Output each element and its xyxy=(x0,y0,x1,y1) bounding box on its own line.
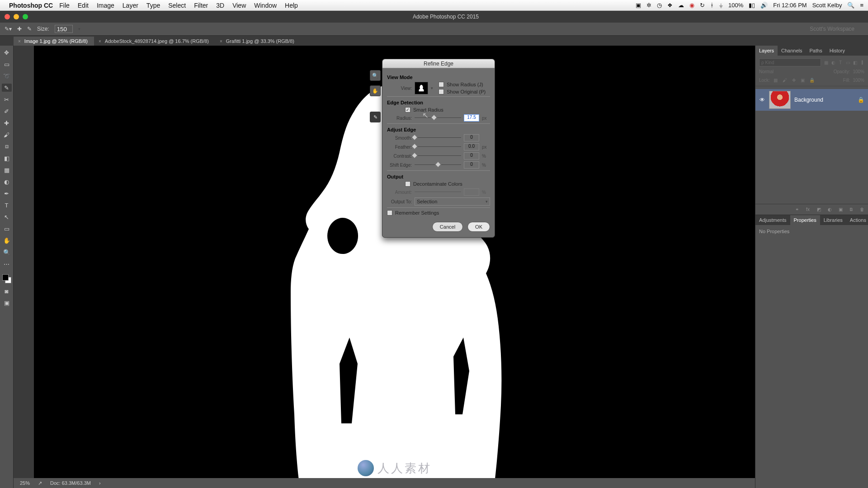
spotlight-icon[interactable]: 🔍 xyxy=(847,2,854,9)
group-icon[interactable]: ▣ xyxy=(837,206,844,213)
radius-slider[interactable] xyxy=(415,115,461,121)
cancel-button[interactable]: Cancel xyxy=(432,222,463,232)
lock-image-icon[interactable]: 🖌 xyxy=(782,77,788,83)
blend-mode-select[interactable]: Normal xyxy=(759,69,831,74)
trash-icon[interactable]: 🗑 xyxy=(859,206,865,213)
filter-toggle-icon[interactable]: ⏽ xyxy=(860,59,864,66)
smart-radius-checkbox[interactable] xyxy=(405,107,410,113)
menu-icon[interactable]: ≡ xyxy=(860,2,863,9)
filter-pixel-icon[interactable]: ▦ xyxy=(824,59,828,66)
refine-edge-dialog[interactable]: 🔍 ✋ ✎ Refine Edge View Mode View: ▾ Show… xyxy=(382,59,495,238)
marquee-tool-icon[interactable]: ▭ xyxy=(2,60,12,68)
tool-brush-icon[interactable]: ✎▾ xyxy=(5,26,12,32)
adjustment-layer-icon[interactable]: ◐ xyxy=(826,206,833,213)
shield-icon[interactable]: ◉ xyxy=(689,2,694,9)
shape-tool-icon[interactable]: ▭ xyxy=(2,225,12,233)
tool-plus-brush-icon[interactable]: ✚ xyxy=(17,26,22,32)
export-icon[interactable]: ↗ xyxy=(38,480,42,486)
filter-adjust-icon[interactable]: ◐ xyxy=(831,59,835,66)
bluetooth-icon[interactable]: ᚼ xyxy=(710,2,714,9)
menu-file[interactable]: File xyxy=(59,2,70,9)
adjust-value[interactable]: 0 xyxy=(464,152,479,160)
layer-row-background[interactable]: 👁 Background 🔒 xyxy=(755,89,868,111)
link-layers-icon[interactable]: ⚭ xyxy=(794,206,800,213)
ok-button[interactable]: OK xyxy=(467,222,490,232)
lock-position-icon[interactable]: ✥ xyxy=(791,77,797,83)
zoom-tool-icon[interactable]: 🔍 xyxy=(2,248,12,256)
lasso-tool-icon[interactable]: ➰ xyxy=(2,72,12,80)
tab-adjustments[interactable]: Adjustments xyxy=(755,215,790,225)
remember-settings-checkbox[interactable] xyxy=(387,210,392,216)
tab-layers[interactable]: Layers xyxy=(755,46,778,56)
tab-channels[interactable]: Channels xyxy=(778,46,806,56)
heal-tool-icon[interactable]: ✚ xyxy=(2,119,12,127)
menu-filter[interactable]: Filter xyxy=(194,2,208,9)
battery-icon[interactable]: ▮▯ xyxy=(749,2,755,9)
lock-transparent-icon[interactable]: ▦ xyxy=(773,77,779,83)
menu-3d[interactable]: 3D xyxy=(216,2,224,9)
screen-mode-icon[interactable]: ▣ xyxy=(2,299,12,307)
dialog-refine-brush-tool-icon[interactable]: ✎ xyxy=(370,112,381,122)
menubar-time[interactable]: Fri 12:06 PM xyxy=(773,2,807,9)
quick-select-tool-icon[interactable]: ✎ xyxy=(2,84,12,92)
clock-icon[interactable]: ◷ xyxy=(657,2,662,9)
wifi-icon[interactable]: ⏚ xyxy=(719,2,723,9)
close-icon[interactable]: × xyxy=(18,39,21,44)
output-to-select[interactable]: Selection ▾ xyxy=(415,197,490,206)
path-tool-icon[interactable]: ↖ xyxy=(2,213,12,221)
filter-type-icon[interactable]: T xyxy=(838,59,843,66)
menu-help[interactable]: Help xyxy=(285,2,298,9)
type-tool-icon[interactable]: T xyxy=(2,201,12,209)
tool-minus-brush-icon[interactable]: ✎ xyxy=(27,26,32,32)
hand-tool-icon[interactable]: ✋ xyxy=(2,236,12,244)
camera-icon[interactable]: ▣ xyxy=(636,2,641,9)
adjust-value[interactable]: 0.0 xyxy=(464,143,479,150)
brush-size-input[interactable] xyxy=(55,25,73,33)
dialog-zoom-tool-icon[interactable]: 🔍 xyxy=(370,70,381,81)
menu-layer[interactable]: Layer xyxy=(123,2,138,9)
tab-actions[interactable]: Actions xyxy=(846,215,868,225)
show-radius-checkbox[interactable] xyxy=(439,82,444,87)
foreground-background-colors[interactable] xyxy=(2,274,11,283)
more-tools-icon[interactable]: ⋯ xyxy=(2,260,12,268)
eraser-tool-icon[interactable]: ◧ xyxy=(2,154,12,162)
adjust-value[interactable]: 0 xyxy=(464,134,479,141)
doc-tab-1[interactable]: × Image 1.jpg @ 25% (RGB/8) xyxy=(14,37,94,46)
radius-value[interactable]: 17.5 xyxy=(464,114,479,122)
filter-shape-icon[interactable]: ▭ xyxy=(845,59,850,66)
chevron-right-icon[interactable]: › xyxy=(99,480,101,486)
menu-select[interactable]: Select xyxy=(168,2,186,9)
dialog-hand-tool-icon[interactable]: ✋ xyxy=(370,85,381,96)
tab-libraries[interactable]: Libraries xyxy=(820,215,846,225)
layer-name[interactable]: Background xyxy=(794,97,823,103)
new-layer-icon[interactable]: 🗎 xyxy=(848,206,854,213)
menubar-user[interactable]: Scott Kelby xyxy=(812,2,842,9)
dodge-tool-icon[interactable]: ◐ xyxy=(2,178,12,186)
menu-image[interactable]: Image xyxy=(97,2,114,9)
move-tool-icon[interactable]: ✥ xyxy=(2,48,12,56)
doc-tab-2[interactable]: × AdobeStock_48928714.jpeg @ 16.7% (RGB/… xyxy=(94,37,215,46)
close-icon[interactable]: × xyxy=(99,39,101,44)
fill-value[interactable]: 100% xyxy=(853,78,864,83)
fx-icon[interactable]: fx xyxy=(805,206,811,213)
lock-artboard-icon[interactable]: ▣ xyxy=(800,77,806,83)
menu-type[interactable]: Type xyxy=(146,2,160,9)
adjust-slider[interactable] xyxy=(415,162,461,168)
mask-icon[interactable]: ◩ xyxy=(816,206,822,213)
filter-smart-icon[interactable]: ◧ xyxy=(853,59,857,66)
lock-all-icon[interactable]: 🔒 xyxy=(809,77,815,83)
dropbox-icon[interactable]: ✲ xyxy=(646,2,651,9)
tab-properties[interactable]: Properties xyxy=(790,215,820,225)
sync-icon[interactable]: ↻ xyxy=(700,2,705,9)
zoom-level[interactable]: 25% xyxy=(20,480,30,486)
app-name[interactable]: Photoshop CC xyxy=(9,2,53,9)
volume-icon[interactable]: 🔊 xyxy=(760,2,768,9)
pen-tool-icon[interactable]: ✒ xyxy=(2,189,12,197)
adjust-slider[interactable] xyxy=(415,144,461,150)
decontaminate-checkbox[interactable] xyxy=(405,181,410,187)
doc-tab-3[interactable]: × Grafitti 1.jpg @ 33.3% (RGB/8) xyxy=(215,37,301,46)
close-window-icon[interactable] xyxy=(5,14,10,19)
minimize-window-icon[interactable] xyxy=(14,14,19,19)
show-original-checkbox[interactable] xyxy=(439,89,444,94)
zoom-window-icon[interactable] xyxy=(23,14,28,19)
